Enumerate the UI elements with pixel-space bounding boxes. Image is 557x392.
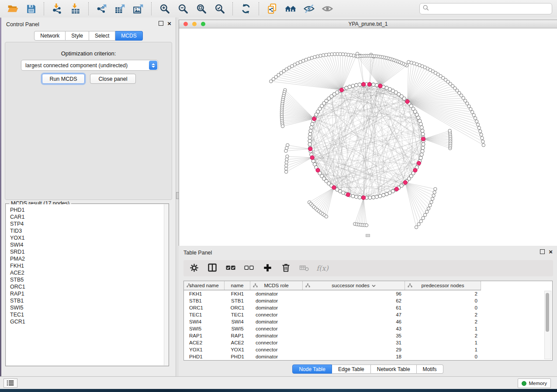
table-cell[interactable]: 0 [405, 353, 481, 360]
table-cell[interactable]: 96 [303, 290, 405, 297]
search-input[interactable] [429, 5, 549, 12]
mcds-node-item[interactable]: ORC1 [10, 283, 164, 290]
table-cell[interactable]: TEC1 [225, 311, 250, 318]
add-column-button[interactable] [261, 262, 273, 275]
mcds-node-item[interactable]: RAP1 [10, 290, 164, 297]
table-cell[interactable]: STB1 [184, 297, 225, 304]
panel-list-button[interactable] [3, 378, 17, 388]
table-scrollbar[interactable] [544, 291, 551, 359]
table-cell[interactable]: 2 [405, 311, 481, 318]
mcds-node-item[interactable]: SWI5 [10, 304, 164, 311]
table-cell[interactable]: 29 [303, 346, 405, 353]
optimization-criterion-select[interactable]: largest connected component (undirected) [21, 60, 158, 71]
table-cell[interactable]: ACE2 [225, 339, 250, 346]
table-cell[interactable]: 2 [405, 318, 481, 325]
control-panel-float-button[interactable] [159, 21, 163, 26]
table-cell[interactable]: PHD1 [184, 353, 225, 360]
table-cell[interactable]: connector [250, 325, 303, 332]
duplicate-network-button[interactable] [264, 2, 280, 16]
table-cell[interactable]: ACE2 [184, 339, 225, 346]
export-table-button[interactable] [112, 2, 128, 16]
table-cell[interactable]: 61 [303, 304, 405, 311]
mcds-node-item[interactable]: SRD1 [10, 248, 164, 255]
table-cell[interactable]: 47 [303, 311, 405, 318]
horizontal-splitter-grip[interactable] [366, 234, 370, 237]
column-header-successor-nodes[interactable]: successor nodes [303, 281, 405, 290]
table-cell[interactable]: 18 [303, 353, 405, 360]
export-image-button[interactable] [130, 2, 147, 16]
open-file-button[interactable] [4, 2, 21, 16]
settings-button[interactable] [188, 262, 200, 275]
mcds-node-item[interactable]: ACE2 [10, 269, 164, 276]
network-window-titlebar[interactable]: YPA_prune.txt_1 [179, 20, 557, 28]
table-cell[interactable]: SWI5 [184, 325, 225, 332]
table-cell[interactable]: FKH1 [225, 290, 250, 297]
column-header-MCDS-role[interactable]: MCDS role [250, 281, 303, 290]
table-cell[interactable]: 35 [303, 332, 405, 339]
tab-node-table[interactable]: Node Table [292, 364, 332, 374]
zoom-in-button[interactable] [156, 2, 173, 16]
table-cell[interactable]: dominator [250, 297, 303, 304]
select-all-button[interactable] [225, 262, 237, 275]
table-cell[interactable]: 1 [405, 325, 481, 332]
mcds-node-item[interactable]: GCR1 [10, 318, 164, 325]
table-cell[interactable]: YOX1 [225, 346, 250, 353]
table-cell[interactable]: 0 [405, 297, 481, 304]
tab-network-table[interactable]: Network Table [371, 364, 417, 374]
table-cell[interactable]: dominator [250, 304, 303, 311]
table-cell[interactable]: FKH1 [184, 290, 225, 297]
table-panel-float-button[interactable] [540, 249, 545, 254]
table-cell[interactable]: 43 [303, 325, 405, 332]
table-cell[interactable]: 0 [405, 304, 481, 311]
table-scrollbar-thumb[interactable] [546, 293, 549, 332]
save-session-button[interactable] [23, 2, 39, 16]
hide-items-button[interactable] [301, 2, 317, 16]
table-cell[interactable]: SWI4 [184, 318, 225, 325]
delete-table-button[interactable] [298, 262, 310, 275]
mcds-result-scrollbar[interactable] [164, 204, 168, 365]
mcds-node-item[interactable]: STP4 [10, 220, 164, 227]
mcds-node-item[interactable]: STB1 [10, 297, 164, 304]
table-cell[interactable]: 2 [405, 290, 481, 297]
run-mcds-button[interactable]: Run MCDS [42, 74, 85, 84]
tab-style[interactable]: Style [66, 31, 89, 41]
table-cell[interactable]: SWI4 [225, 318, 250, 325]
table-panel-close-button[interactable]: × [549, 250, 553, 254]
table-cell[interactable]: dominator [250, 290, 303, 297]
function-builder-button[interactable]: f(x) [316, 262, 329, 275]
mcds-node-item[interactable]: PMA2 [10, 255, 164, 262]
column-header-name[interactable]: name [225, 281, 250, 290]
zoom-out-button[interactable] [175, 2, 191, 16]
memory-button[interactable]: Memory [518, 378, 551, 388]
table-cell[interactable]: connector [250, 339, 303, 346]
table-cell[interactable]: ORC1 [225, 304, 250, 311]
mcds-node-item[interactable]: TID3 [10, 227, 164, 234]
mcds-node-item[interactable]: FKH1 [10, 262, 164, 269]
table-cell[interactable]: 1 [405, 339, 481, 346]
mcds-node-item[interactable]: SWI4 [10, 241, 164, 248]
tab-motifs[interactable]: Motifs [417, 364, 443, 374]
column-header-predecessor-nodes[interactable]: predecessor nodes [405, 281, 481, 290]
network-canvas[interactable] [179, 28, 556, 245]
table-cell[interactable]: ORC1 [184, 304, 225, 311]
table-cell[interactable]: connector [250, 346, 303, 353]
mcds-node-item[interactable]: CAR1 [10, 213, 164, 220]
zoom-selected-button[interactable] [211, 2, 228, 16]
import-table-button[interactable] [67, 2, 84, 16]
import-network-button[interactable] [49, 2, 66, 16]
delete-column-button[interactable] [280, 262, 292, 275]
table-cell[interactable]: STB1 [225, 297, 250, 304]
mcds-node-item[interactable]: PHD1 [10, 206, 164, 213]
zoom-fit-button[interactable] [193, 2, 210, 16]
table-cell[interactable]: YOX1 [184, 346, 225, 353]
table-cell[interactable]: dominator [250, 332, 303, 339]
table-cell[interactable]: 62 [303, 297, 405, 304]
table-cell[interactable]: 1 [405, 346, 481, 353]
tab-network[interactable]: Network [34, 31, 66, 41]
deselect-all-button[interactable] [243, 262, 255, 275]
tab-select[interactable]: Select [89, 31, 115, 41]
table-cell[interactable]: 2 [405, 332, 481, 339]
column-header-shared-name[interactable]: shared name [184, 281, 225, 290]
table-cell[interactable]: 31 [303, 339, 405, 346]
table-cell[interactable]: dominator [250, 353, 303, 360]
